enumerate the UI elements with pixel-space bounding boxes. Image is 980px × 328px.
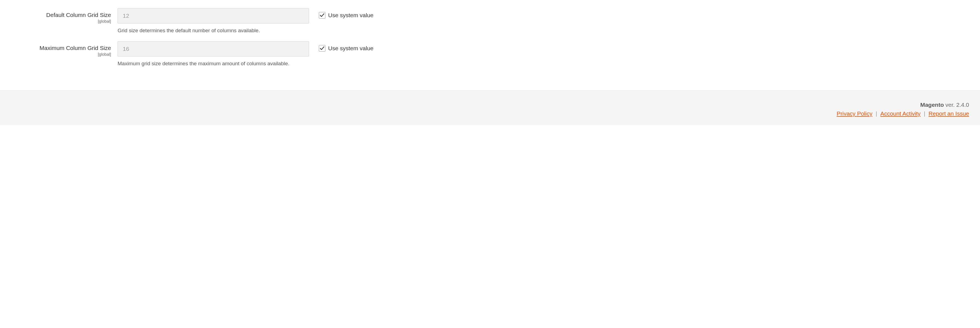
- footer-version-text: ver. 2.4.0: [944, 101, 969, 108]
- checkbox-col-default: Use system value: [309, 8, 374, 19]
- default-grid-label: Default Column Grid Size: [8, 11, 111, 18]
- checkmark-icon: [320, 13, 325, 18]
- label-col-max: Maximum Column Grid Size [global]: [8, 41, 118, 57]
- account-activity-link[interactable]: Account Activity: [880, 110, 921, 117]
- footer-sep-1: |: [874, 110, 878, 117]
- default-grid-input[interactable]: [118, 8, 309, 24]
- checkbox-col-max: Use system value: [309, 41, 374, 52]
- footer: Magento ver. 2.4.0 Privacy Policy | Acco…: [0, 90, 980, 125]
- input-col-default: Grid size determines the default number …: [118, 8, 309, 34]
- use-system-default-checkbox[interactable]: [319, 12, 325, 19]
- default-grid-help: Grid size determines the default number …: [118, 27, 309, 34]
- report-issue-link[interactable]: Report an Issue: [929, 110, 969, 117]
- privacy-policy-link[interactable]: Privacy Policy: [837, 110, 873, 117]
- row-default-grid: Default Column Grid Size [global] Grid s…: [8, 8, 972, 34]
- max-grid-help: Maximum grid size determines the maximum…: [118, 60, 309, 67]
- max-grid-input[interactable]: [118, 41, 309, 57]
- use-system-default-label: Use system value: [328, 12, 374, 19]
- use-system-max-label: Use system value: [328, 45, 374, 52]
- label-col-default: Default Column Grid Size [global]: [8, 8, 118, 24]
- content-area: Default Column Grid Size [global] Grid s…: [0, 0, 980, 90]
- max-grid-label: Maximum Column Grid Size: [8, 44, 111, 51]
- config-panel: Default Column Grid Size [global] Grid s…: [0, 0, 980, 125]
- max-grid-scope: [global]: [8, 52, 111, 57]
- input-col-max: Maximum grid size determines the maximum…: [118, 41, 309, 67]
- row-max-grid: Maximum Column Grid Size [global] Maximu…: [8, 41, 972, 67]
- footer-sep-2: |: [922, 110, 927, 117]
- default-grid-scope: [global]: [8, 19, 111, 24]
- checkmark-icon: [320, 46, 325, 51]
- use-system-default-wrap[interactable]: Use system value: [319, 12, 374, 19]
- footer-links: Privacy Policy | Account Activity | Repo…: [11, 110, 969, 117]
- use-system-max-checkbox[interactable]: [319, 45, 325, 52]
- footer-version: Magento ver. 2.4.0: [11, 101, 969, 108]
- use-system-max-wrap[interactable]: Use system value: [319, 45, 374, 52]
- footer-brand: Magento: [920, 101, 943, 108]
